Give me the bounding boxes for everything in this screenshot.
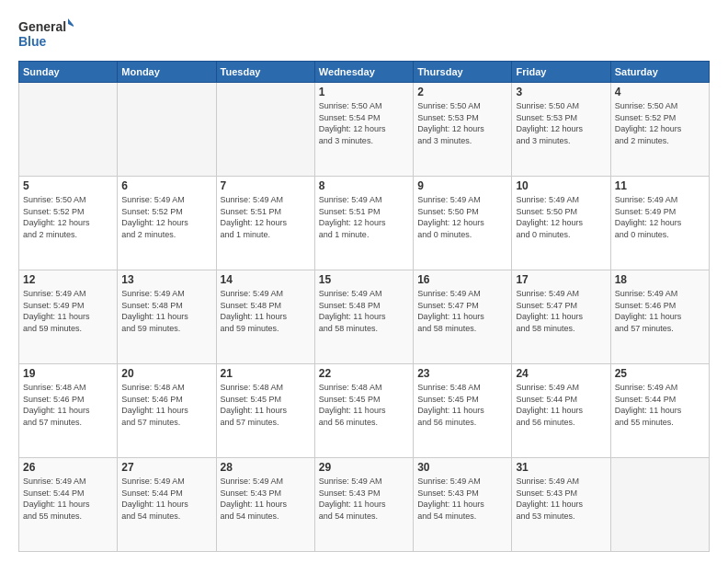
- svg-text:Blue: Blue: [18, 34, 47, 49]
- calendar-day-cell: 24Sunrise: 5:49 AM Sunset: 5:44 PM Dayli…: [512, 364, 610, 458]
- calendar-day-cell: [610, 458, 709, 552]
- day-info: Sunrise: 5:49 AM Sunset: 5:50 PM Dayligh…: [417, 194, 507, 240]
- day-info: Sunrise: 5:49 AM Sunset: 5:43 PM Dayligh…: [417, 476, 507, 522]
- calendar-week-row: 19Sunrise: 5:48 AM Sunset: 5:46 PM Dayli…: [19, 364, 710, 458]
- calendar-day-cell: 15Sunrise: 5:49 AM Sunset: 5:48 PM Dayli…: [314, 270, 413, 364]
- calendar-day-cell: 14Sunrise: 5:49 AM Sunset: 5:48 PM Dayli…: [216, 270, 314, 364]
- weekday-header-cell: Friday: [512, 62, 610, 83]
- day-info: Sunrise: 5:50 AM Sunset: 5:54 PM Dayligh…: [319, 100, 409, 146]
- calendar-day-cell: 21Sunrise: 5:48 AM Sunset: 5:45 PM Dayli…: [216, 364, 314, 458]
- weekday-header-row: SundayMondayTuesdayWednesdayThursdayFrid…: [19, 62, 710, 83]
- calendar-day-cell: 25Sunrise: 5:49 AM Sunset: 5:44 PM Dayli…: [610, 364, 709, 458]
- calendar-day-cell: 11Sunrise: 5:49 AM Sunset: 5:49 PM Dayli…: [610, 177, 709, 270]
- day-number: 16: [417, 273, 507, 286]
- day-number: 22: [319, 367, 409, 380]
- day-number: 8: [319, 179, 409, 192]
- day-info: Sunrise: 5:49 AM Sunset: 5:50 PM Dayligh…: [516, 194, 606, 240]
- calendar-day-cell: 4Sunrise: 5:50 AM Sunset: 5:52 PM Daylig…: [610, 83, 709, 177]
- day-number: 15: [319, 273, 409, 286]
- day-info: Sunrise: 5:49 AM Sunset: 5:48 PM Dayligh…: [319, 288, 409, 334]
- calendar-day-cell: 20Sunrise: 5:48 AM Sunset: 5:46 PM Dayli…: [118, 364, 216, 458]
- day-number: 12: [23, 273, 113, 286]
- day-number: 27: [121, 461, 211, 474]
- calendar-day-cell: 22Sunrise: 5:48 AM Sunset: 5:45 PM Dayli…: [314, 364, 413, 458]
- day-info: Sunrise: 5:49 AM Sunset: 5:43 PM Dayligh…: [221, 476, 311, 522]
- svg-marker-2: [68, 18, 74, 28]
- day-info: Sunrise: 5:49 AM Sunset: 5:51 PM Dayligh…: [221, 194, 311, 240]
- day-info: Sunrise: 5:48 AM Sunset: 5:45 PM Dayligh…: [319, 382, 409, 428]
- day-info: Sunrise: 5:49 AM Sunset: 5:44 PM Dayligh…: [516, 382, 606, 428]
- day-info: Sunrise: 5:49 AM Sunset: 5:52 PM Dayligh…: [121, 194, 211, 240]
- day-info: Sunrise: 5:49 AM Sunset: 5:44 PM Dayligh…: [121, 476, 211, 522]
- day-number: 6: [121, 179, 211, 192]
- day-info: Sunrise: 5:49 AM Sunset: 5:46 PM Dayligh…: [615, 288, 705, 334]
- day-number: 13: [121, 273, 211, 286]
- calendar-week-row: 5Sunrise: 5:50 AM Sunset: 5:52 PM Daylig…: [19, 177, 710, 270]
- day-number: 4: [615, 86, 705, 98]
- calendar-day-cell: 23Sunrise: 5:48 AM Sunset: 5:45 PM Dayli…: [414, 364, 512, 458]
- day-info: Sunrise: 5:50 AM Sunset: 5:52 PM Dayligh…: [615, 100, 705, 146]
- logo-svg: General Blue: [18, 17, 74, 52]
- day-number: 30: [417, 461, 507, 474]
- logo: General Blue: [18, 17, 74, 52]
- day-info: Sunrise: 5:49 AM Sunset: 5:47 PM Dayligh…: [417, 288, 507, 334]
- page-header: General Blue: [18, 17, 710, 52]
- weekday-header-cell: Wednesday: [314, 62, 413, 83]
- calendar-day-cell: 12Sunrise: 5:49 AM Sunset: 5:49 PM Dayli…: [19, 270, 118, 364]
- calendar-day-cell: 18Sunrise: 5:49 AM Sunset: 5:46 PM Dayli…: [610, 270, 709, 364]
- calendar-day-cell: 7Sunrise: 5:49 AM Sunset: 5:51 PM Daylig…: [216, 177, 314, 270]
- calendar-day-cell: 28Sunrise: 5:49 AM Sunset: 5:43 PM Dayli…: [216, 458, 314, 552]
- day-number: 18: [615, 273, 705, 286]
- calendar-day-cell: 13Sunrise: 5:49 AM Sunset: 5:48 PM Dayli…: [118, 270, 216, 364]
- calendar-day-cell: 6Sunrise: 5:49 AM Sunset: 5:52 PM Daylig…: [118, 177, 216, 270]
- day-info: Sunrise: 5:48 AM Sunset: 5:45 PM Dayligh…: [417, 382, 507, 428]
- weekday-header-cell: Tuesday: [216, 62, 314, 83]
- day-number: 31: [516, 461, 606, 474]
- day-number: 14: [221, 273, 311, 286]
- day-info: Sunrise: 5:50 AM Sunset: 5:53 PM Dayligh…: [516, 100, 606, 146]
- calendar-day-cell: 5Sunrise: 5:50 AM Sunset: 5:52 PM Daylig…: [19, 177, 118, 270]
- day-info: Sunrise: 5:50 AM Sunset: 5:52 PM Dayligh…: [23, 194, 113, 240]
- calendar-table: SundayMondayTuesdayWednesdayThursdayFrid…: [18, 61, 710, 552]
- svg-text:General: General: [18, 19, 66, 34]
- day-number: 19: [23, 367, 113, 380]
- day-number: 17: [516, 273, 606, 286]
- calendar-day-cell: 26Sunrise: 5:49 AM Sunset: 5:44 PM Dayli…: [19, 458, 118, 552]
- calendar-day-cell: 30Sunrise: 5:49 AM Sunset: 5:43 PM Dayli…: [414, 458, 512, 552]
- day-number: 5: [23, 179, 113, 192]
- day-info: Sunrise: 5:49 AM Sunset: 5:48 PM Dayligh…: [221, 288, 311, 334]
- calendar-day-cell: 27Sunrise: 5:49 AM Sunset: 5:44 PM Dayli…: [118, 458, 216, 552]
- day-info: Sunrise: 5:48 AM Sunset: 5:46 PM Dayligh…: [23, 382, 113, 428]
- day-info: Sunrise: 5:49 AM Sunset: 5:49 PM Dayligh…: [615, 194, 705, 240]
- day-number: 3: [516, 86, 606, 98]
- calendar-day-cell: 29Sunrise: 5:49 AM Sunset: 5:43 PM Dayli…: [314, 458, 413, 552]
- day-number: 7: [221, 179, 311, 192]
- calendar-day-cell: 31Sunrise: 5:49 AM Sunset: 5:43 PM Dayli…: [512, 458, 610, 552]
- day-number: 25: [615, 367, 705, 380]
- day-number: 24: [516, 367, 606, 380]
- day-info: Sunrise: 5:48 AM Sunset: 5:45 PM Dayligh…: [221, 382, 311, 428]
- day-number: 9: [417, 179, 507, 192]
- calendar-day-cell: 10Sunrise: 5:49 AM Sunset: 5:50 PM Dayli…: [512, 177, 610, 270]
- calendar-day-cell: 2Sunrise: 5:50 AM Sunset: 5:53 PM Daylig…: [414, 83, 512, 177]
- day-info: Sunrise: 5:50 AM Sunset: 5:53 PM Dayligh…: [417, 100, 507, 146]
- calendar-day-cell: 1Sunrise: 5:50 AM Sunset: 5:54 PM Daylig…: [314, 83, 413, 177]
- day-number: 2: [417, 86, 507, 98]
- weekday-header-cell: Sunday: [19, 62, 118, 83]
- day-info: Sunrise: 5:49 AM Sunset: 5:43 PM Dayligh…: [516, 476, 606, 522]
- day-number: 29: [319, 461, 409, 474]
- calendar-week-row: 1Sunrise: 5:50 AM Sunset: 5:54 PM Daylig…: [19, 83, 710, 177]
- calendar-day-cell: 19Sunrise: 5:48 AM Sunset: 5:46 PM Dayli…: [19, 364, 118, 458]
- day-info: Sunrise: 5:49 AM Sunset: 5:44 PM Dayligh…: [23, 476, 113, 522]
- day-number: 28: [221, 461, 311, 474]
- day-info: Sunrise: 5:49 AM Sunset: 5:44 PM Dayligh…: [615, 382, 705, 428]
- day-number: 11: [615, 179, 705, 192]
- day-info: Sunrise: 5:48 AM Sunset: 5:46 PM Dayligh…: [121, 382, 211, 428]
- day-info: Sunrise: 5:49 AM Sunset: 5:47 PM Dayligh…: [516, 288, 606, 334]
- calendar-day-cell: 8Sunrise: 5:49 AM Sunset: 5:51 PM Daylig…: [314, 177, 413, 270]
- calendar-day-cell: 3Sunrise: 5:50 AM Sunset: 5:53 PM Daylig…: [512, 83, 610, 177]
- day-info: Sunrise: 5:49 AM Sunset: 5:49 PM Dayligh…: [23, 288, 113, 334]
- calendar-week-row: 26Sunrise: 5:49 AM Sunset: 5:44 PM Dayli…: [19, 458, 710, 552]
- day-info: Sunrise: 5:49 AM Sunset: 5:48 PM Dayligh…: [121, 288, 211, 334]
- calendar-day-cell: [19, 83, 118, 177]
